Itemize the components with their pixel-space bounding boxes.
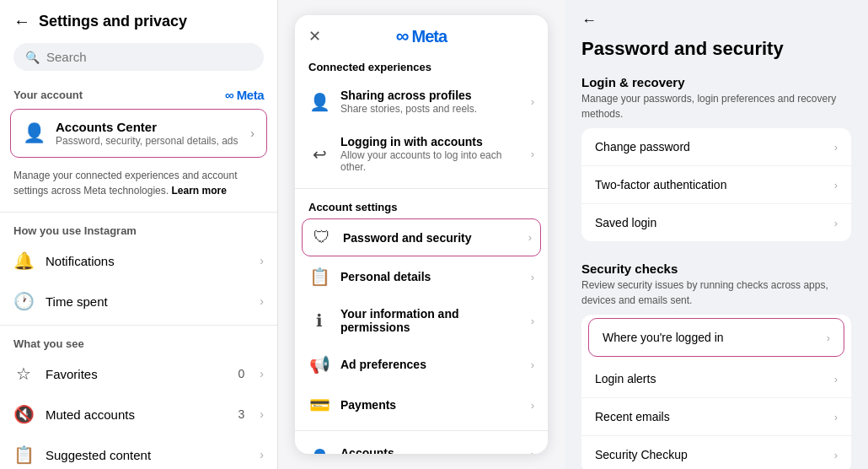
where-logged-in-label: Where you're logged in (603, 331, 818, 344)
manage-text: Manage your connected experiences and ac… (0, 164, 277, 208)
accounts-icon: 👤 (308, 448, 330, 454)
left-panel: ← Settings and privacy 🔍 Your account ∞ … (0, 0, 278, 469)
personal-details-title: Personal details (340, 270, 521, 283)
sidebar-item-time-spent[interactable]: 🕐 Time spent › (0, 281, 277, 321)
sharing-subtitle: Share stories, posts and reels. (340, 103, 521, 115)
personal-details-item[interactable]: 📋 Personal details › (295, 256, 548, 297)
modal-header: ✕ ∞ Meta (295, 15, 548, 54)
change-password-item[interactable]: Change password › (581, 128, 851, 166)
sidebar-item-muted-accounts[interactable]: 🔇 Muted accounts 3 › (0, 394, 277, 434)
time-spent-chevron: › (260, 294, 264, 308)
how-you-use-header: How you use Instagram (0, 216, 277, 240)
password-security-title: Password and security (343, 231, 518, 245)
your-info-text: Your information and permissions (340, 307, 521, 334)
personal-details-text: Personal details (340, 270, 521, 283)
login-recovery-group: Change password › Two-factor authenticat… (581, 128, 851, 241)
security-checkup-chevron: › (834, 449, 838, 461)
suggested-content-icon: 📋 (13, 445, 34, 465)
security-checks-title: Security checks (581, 261, 851, 276)
accounts-chevron: › (531, 448, 534, 454)
where-logged-in-item[interactable]: Where you're logged in › (588, 318, 844, 357)
accounts-center-subtitle: Password, security, personal details, ad… (56, 135, 240, 147)
right-panel: ← Password and security Login & recovery… (565, 0, 868, 469)
muted-accounts-badge: 3 (238, 407, 245, 421)
two-factor-label: Two-factor authentication (595, 178, 826, 191)
what-you-see-header: What you see (0, 329, 277, 353)
accounts-center-chevron: › (250, 127, 255, 140)
learn-more-link[interactable]: Learn more (171, 185, 226, 197)
logging-subtitle: Allow your accounts to log into each oth… (340, 149, 521, 173)
search-input[interactable] (46, 50, 252, 64)
time-spent-icon: 🕐 (13, 291, 34, 311)
sidebar-item-suggested-content[interactable]: 📋 Suggested content › (0, 434, 277, 469)
login-alerts-chevron: › (834, 373, 838, 385)
divider-1 (0, 212, 277, 213)
your-info-title: Your information and permissions (340, 307, 521, 334)
notifications-chevron: › (260, 254, 264, 267)
sharing-icon: 👤 (308, 92, 330, 112)
login-recovery-subtitle: Manage your passwords, login preferences… (581, 91, 851, 121)
security-checkup-item[interactable]: Security Checkup › (581, 436, 851, 469)
divider-2 (0, 325, 277, 326)
sharing-across-profiles-item[interactable]: 👤 Sharing across profiles Share stories,… (295, 78, 548, 125)
muted-accounts-icon: 🔇 (13, 404, 34, 424)
payments-icon: 💳 (308, 395, 330, 415)
password-security-text: Password and security (343, 231, 518, 245)
logging-icon: ↩ (308, 144, 330, 164)
ad-preferences-item[interactable]: 📢 Ad preferences › (295, 344, 548, 385)
payments-text: Payments (340, 398, 521, 412)
logging-chevron: › (531, 148, 534, 160)
time-spent-label: Time spent (46, 294, 248, 309)
back-icon[interactable]: ← (13, 12, 30, 31)
right-back-icon[interactable]: ← (565, 0, 868, 33)
favorites-chevron: › (260, 367, 264, 380)
suggested-content-label: Suggested content (46, 448, 248, 462)
middle-panel: ✕ ∞ Meta Connected experiences 👤 Sharing… (278, 0, 565, 469)
modal-divider-2 (295, 430, 548, 431)
change-password-label: Change password (595, 140, 826, 154)
password-security-item[interactable]: 🛡 Password and security › (302, 218, 541, 256)
page-title: Settings and privacy (39, 13, 187, 30)
login-alerts-label: Login alerts (595, 372, 826, 385)
payments-item[interactable]: 💳 Payments › (295, 385, 548, 425)
modal-divider-1 (295, 188, 548, 189)
accounts-item[interactable]: 👤 Accounts Review the accounts you have … (295, 436, 548, 454)
favorites-badge: 0 (238, 367, 245, 380)
favorites-label: Favorites (46, 367, 227, 381)
two-factor-chevron: › (834, 179, 838, 191)
muted-accounts-chevron: › (260, 407, 264, 421)
logging-text: Logging in with accounts Allow your acco… (340, 135, 521, 173)
accounts-text: Accounts Review the accounts you have in… (340, 446, 521, 454)
sidebar-item-favorites[interactable]: ☆ Favorites 0 › (0, 353, 277, 394)
login-alerts-item[interactable]: Login alerts › (581, 360, 851, 398)
suggested-content-chevron: › (260, 448, 264, 461)
two-factor-item[interactable]: Two-factor authentication › (581, 166, 851, 204)
accounts-center-card[interactable]: 👤 Accounts Center Password, security, pe… (10, 109, 267, 158)
security-checks-section: Security checks Review security issues b… (565, 255, 868, 469)
login-recovery-title: Login & recovery (581, 75, 851, 89)
payments-title: Payments (340, 398, 521, 412)
meta-infinity-symbol: ∞ (396, 25, 409, 47)
saved-login-label: Saved login (595, 216, 826, 229)
modal-close-icon[interactable]: ✕ (308, 27, 321, 46)
account-settings-label: Account settings (295, 194, 548, 218)
search-bar[interactable]: 🔍 (13, 43, 264, 71)
your-info-item[interactable]: ℹ Your information and permissions › (295, 297, 548, 344)
recent-emails-item[interactable]: Recent emails › (581, 398, 851, 436)
your-info-chevron: › (531, 315, 534, 327)
recent-emails-chevron: › (834, 411, 838, 423)
muted-accounts-label: Muted accounts (46, 407, 227, 422)
sidebar-item-notifications[interactable]: 🔔 Notifications › (0, 240, 277, 281)
modal-meta-logo: ∞ Meta (396, 25, 447, 47)
left-header: ← Settings and privacy (0, 0, 277, 40)
logging-in-item[interactable]: ↩ Logging in with accounts Allow your ac… (295, 125, 548, 183)
favorites-icon: ☆ (13, 364, 34, 384)
recent-emails-label: Recent emails (595, 410, 826, 423)
ad-preferences-chevron: › (531, 358, 534, 371)
saved-login-item[interactable]: Saved login › (581, 204, 851, 241)
your-account-label: Your account (13, 89, 83, 101)
meta-text: Meta (412, 27, 447, 46)
password-security-chevron: › (528, 231, 532, 244)
sharing-chevron: › (531, 95, 534, 108)
right-title: Password and security (565, 33, 868, 68)
